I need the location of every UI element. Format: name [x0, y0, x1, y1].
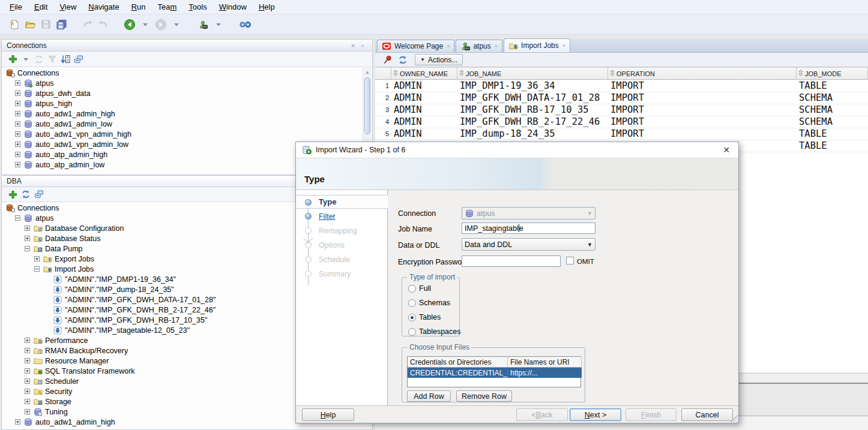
tab-welcome-page[interactable]: Welcome Page× — [377, 40, 454, 52]
radio-option-tablespaces[interactable]: Tablespaces — [408, 327, 461, 336]
add-row-button[interactable]: Add Row — [407, 390, 451, 402]
resize-grip[interactable] — [731, 415, 738, 422]
collapse-icon[interactable]: − — [15, 215, 20, 221]
menu-edit[interactable]: Edit — [28, 1, 53, 13]
grid-cell[interactable]: 5 — [375, 128, 391, 140]
sort-icon[interactable] — [459, 70, 464, 77]
column-header-operation[interactable]: OPERATION — [608, 67, 797, 80]
tree-item-atpus-high[interactable]: + atpus_high — [2, 98, 372, 109]
dropdown-icon[interactable] — [20, 53, 32, 65]
expand-icon[interactable]: + — [25, 236, 30, 241]
files-cell[interactable]: https://... — [508, 368, 582, 378]
wizard-step-type[interactable]: Type — [296, 195, 388, 209]
expand-icon[interactable]: + — [15, 419, 20, 425]
expand-icon[interactable]: + — [25, 225, 30, 231]
grid-cell[interactable]: IMPORT — [608, 116, 797, 128]
refresh-icon[interactable] — [396, 53, 410, 67]
menu-file[interactable]: File — [4, 1, 28, 13]
grid-cell[interactable]: IMP_dump-18_24_35 — [457, 128, 608, 140]
files-column-header-filenames[interactable]: File Names or URI — [508, 357, 582, 368]
menu-run[interactable]: Run — [125, 1, 152, 13]
expand-icon[interactable]: + — [25, 378, 30, 384]
expand-icon[interactable]: + — [15, 162, 20, 167]
expand-icon[interactable]: + — [15, 101, 20, 106]
expand-icon[interactable]: + — [15, 121, 20, 127]
grid-cell[interactable]: TABLE — [797, 140, 868, 152]
menu-tools[interactable]: Tools — [182, 1, 212, 13]
collapse-all-icon[interactable] — [73, 53, 85, 65]
column-header-job_mode[interactable]: JOB_MODE — [797, 67, 868, 80]
grid-cell[interactable]: TABLE — [797, 80, 868, 92]
expand-icon[interactable]: + — [25, 338, 30, 343]
save-all-icon[interactable] — [54, 17, 68, 32]
scrollbar-thumb[interactable] — [364, 77, 370, 134]
grid-cell[interactable]: ADMIN — [391, 116, 457, 128]
menu-team[interactable]: Team — [152, 1, 183, 13]
tab-import-jobs[interactable]: Import Jobs× — [504, 38, 570, 52]
column-header-owner_name[interactable]: OWNER_NAME — [391, 67, 457, 80]
menu-view[interactable]: View — [53, 1, 82, 13]
tree-item-auto-adw1-admin-high[interactable]: + auto_adw1_admin_high — [2, 109, 372, 119]
grid-cell[interactable]: IMP_GFK_DWH_RB_2-17_22_46 — [457, 116, 608, 128]
grid-cell[interactable]: IMP_DMP1-19_36_34 — [457, 80, 608, 92]
grid-cell[interactable]: SCHEMA — [797, 104, 868, 116]
expand-icon[interactable]: + — [25, 348, 30, 353]
tab-close-icon[interactable]: × — [562, 43, 565, 49]
grid-cell[interactable]: 4 — [375, 116, 391, 128]
tree-item-atpus[interactable]: + atpus — [2, 78, 372, 88]
radio-button[interactable] — [408, 314, 416, 321]
tab-atpus[interactable]: SOLatpus× — [456, 40, 502, 52]
radio-button[interactable] — [408, 328, 416, 336]
find-icon[interactable] — [238, 17, 252, 32]
open-folder-icon[interactable] — [23, 17, 37, 32]
grid-cell[interactable]: IMPORT — [608, 104, 797, 116]
dialog-close-icon[interactable]: ✕ — [720, 145, 732, 155]
grid-cell[interactable]: SCHEMA — [797, 92, 868, 104]
sort-icon[interactable] — [798, 70, 803, 77]
job-name-input[interactable]: IMP_stagingtable — [462, 222, 595, 234]
grid-cell[interactable]: IMP_GFK_DWH_RB-17_10_35 — [457, 104, 608, 116]
grid-cell[interactable]: TABLE — [797, 128, 868, 140]
collapse-all-icon[interactable] — [33, 188, 45, 200]
expand-icon[interactable]: + — [15, 111, 20, 116]
radio-button[interactable] — [408, 285, 416, 293]
expand-icon[interactable]: + — [34, 256, 40, 261]
grid-cell[interactable]: IMPORT — [608, 128, 797, 140]
expand-icon[interactable]: + — [25, 409, 30, 414]
add-icon[interactable] — [7, 188, 19, 200]
files-cell[interactable]: CREDENTIAL:CREDENTIAL_US1 — [408, 368, 508, 378]
sort-az-icon[interactable]: AZ — [59, 53, 71, 65]
menu-window[interactable]: Window — [213, 1, 253, 13]
grid-cell[interactable]: 1 — [375, 80, 391, 92]
grid-cell[interactable]: ADMIN — [391, 104, 457, 116]
scroll-up-icon[interactable]: ▲ — [365, 70, 370, 75]
encryption-password-input[interactable] — [462, 255, 561, 267]
remove-row-button[interactable]: Remove Row — [456, 390, 512, 402]
dropdown-icon[interactable] — [169, 17, 184, 32]
expand-icon[interactable]: + — [25, 399, 30, 404]
files-column-header-credentials[interactable]: Credentials or Directories — [408, 357, 508, 368]
menu-help[interactable]: Help — [253, 1, 281, 13]
tree-item-connections[interactable]: Connections — [2, 68, 372, 78]
new-file-icon[interactable] — [7, 17, 22, 32]
connections-close-icon[interactable]: × — [348, 42, 358, 49]
expand-icon[interactable]: + — [15, 152, 20, 157]
grid-cell[interactable]: ADMIN — [391, 92, 457, 104]
tab-close-icon[interactable]: × — [447, 43, 450, 49]
radio-option-tables[interactable]: Tables — [408, 313, 441, 321]
tree-item-auto-adw1-admin-low[interactable]: + auto_adw1_admin_low — [2, 119, 372, 129]
omit-checkbox[interactable] — [566, 257, 574, 264]
sort-icon[interactable] — [610, 70, 615, 77]
expand-icon[interactable]: + — [15, 80, 20, 86]
data-or-ddl-select[interactable]: Data and DDL ▼ — [462, 238, 595, 251]
grid-cell[interactable]: IMPORT — [608, 92, 797, 104]
grid-cell[interactable]: IMPORT — [608, 80, 797, 92]
grid-cell[interactable]: ADMIN — [391, 128, 457, 140]
refresh-icon[interactable] — [20, 188, 32, 200]
sort-icon[interactable] — [393, 70, 398, 77]
column-header-job_name[interactable]: JOB_NAME — [457, 67, 608, 80]
grid-cell[interactable]: ADMIN — [391, 80, 457, 92]
expand-icon[interactable]: + — [15, 142, 20, 147]
dropdown-icon[interactable] — [211, 17, 226, 32]
tab-close-icon[interactable]: × — [495, 43, 498, 49]
